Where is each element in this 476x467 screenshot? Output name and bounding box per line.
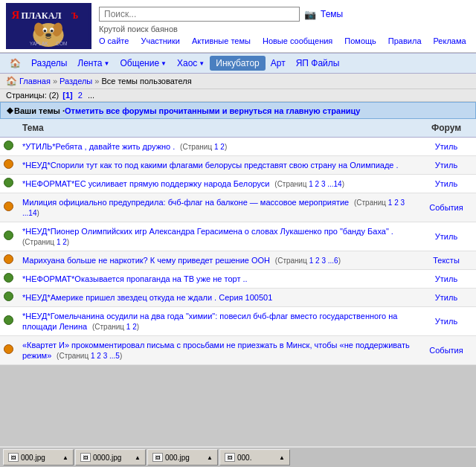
nav-link-3[interactable]: Новые сообщения	[263, 36, 332, 45]
topic-link-1[interactable]: *НЕУД*Спорили тут как то под какими флаг…	[22, 161, 399, 170]
camera-search-button[interactable]: 📷	[304, 9, 316, 20]
topic-link-3[interactable]: Милиция официально предупредила: бчб-фла…	[22, 198, 349, 207]
search-input[interactable]	[99, 7, 300, 22]
nav-link-6[interactable]: Реклама	[434, 36, 466, 45]
page-link-9-2[interactable]: 3	[103, 352, 108, 360]
icon-cell-4	[0, 222, 16, 251]
table-row: Марихуана больше не наркотик? К чему при…	[0, 251, 476, 270]
topic-link-5[interactable]: Марихуана больше не наркотик? К чему при…	[22, 256, 270, 265]
page-link-8-1[interactable]: 2	[132, 323, 137, 331]
page-link-2-1[interactable]: 2	[315, 180, 320, 188]
page-1-link[interactable]: [1]	[62, 91, 72, 100]
logo-area: Я ПЛАКАЛ Ъ YAPLAK .COM	[6, 3, 91, 49]
page-link-0-1[interactable]: 2	[220, 143, 225, 151]
status-icon-2	[4, 178, 13, 187]
pages-info-9: (Страниц 1 2 3 ...5)	[54, 352, 122, 360]
topic-link-8[interactable]: *НЕУД*Гомельчанина осудили на два года "…	[22, 312, 397, 331]
themes-link[interactable]: Темы	[321, 9, 343, 19]
page-link-2-0[interactable]: 1	[309, 180, 313, 188]
topnav-item-0[interactable]: 🏠	[4, 56, 26, 71]
forum-cell-8: Утиль	[416, 307, 476, 336]
pagination-bar: Страницы: (2) [1] 2 ...	[0, 89, 476, 102]
nav-link-2[interactable]: Активные темы	[192, 36, 251, 45]
forum-cell-6: Утиль	[416, 270, 476, 289]
svg-text:YAPLAK: YAPLAK	[30, 41, 49, 46]
topic-link-0[interactable]: *УТИЛЬ*Ребята , давайте жить дружно .	[22, 142, 175, 151]
page-link-9-1[interactable]: 2	[97, 352, 101, 360]
pages-info-4: (Страниц 1 2)	[22, 238, 69, 246]
breadcrumb-home[interactable]: Главная	[19, 77, 51, 86]
header-right: 📷 Темы Крутой поиск баянов О сайте Участ…	[99, 7, 470, 45]
nav-link-0[interactable]: О сайте	[99, 36, 129, 45]
status-icon-6	[4, 273, 13, 283]
banner-link[interactable]: Отметить все форумы прочитанными и верну…	[65, 106, 360, 115]
home-icon: 🏠	[6, 76, 17, 86]
page-link-3-0[interactable]: 1	[388, 199, 393, 207]
page-link-8-0[interactable]: 1	[126, 323, 131, 331]
topic-cell-1: *НЕУД*Спорили тут как то под какими флаг…	[16, 156, 416, 175]
forum-link-2[interactable]: Утиль	[435, 179, 457, 188]
topic-link-2[interactable]: *НЕФОРМАТ*ЕС усиливает прямую поддержку …	[22, 179, 270, 188]
page-link-4-0[interactable]: 1	[57, 238, 61, 246]
topnav-item-6[interactable]: Арт	[266, 56, 291, 71]
page-link-3-3[interactable]: ...14	[22, 209, 36, 217]
forum-link-8[interactable]: Утиль	[435, 317, 457, 326]
status-icon-8	[4, 315, 13, 325]
topnav-item-4[interactable]: Хаос▼	[172, 56, 210, 71]
breadcrumb-sep1: »	[53, 77, 57, 86]
page-link-2-3[interactable]: ...14	[327, 180, 341, 188]
page-link-3-2[interactable]: 3	[401, 199, 405, 207]
status-icon-9	[4, 344, 13, 354]
nav-links: О сайте Участники Активные темы Новые со…	[99, 36, 470, 45]
page-link-9-0[interactable]: 1	[91, 352, 95, 360]
topnav-item-7[interactable]: ЯП Файлы	[291, 56, 345, 71]
table-row: Милиция официально предупредила: бчб-фла…	[0, 193, 476, 222]
topic-cell-4: *НЕУД*Пионер Олимпийских игр Александра …	[16, 222, 416, 251]
nav-link-1[interactable]: Участники	[141, 36, 180, 45]
dropdown-arrow-3: ▼	[161, 60, 167, 67]
status-icon-3	[4, 202, 13, 211]
page-link-0-0[interactable]: 1	[214, 143, 219, 151]
forum-link-1[interactable]: Утиль	[435, 161, 457, 170]
page-link-5-0[interactable]: 1	[309, 257, 314, 265]
topic-cell-2: *НЕФОРМАТ*ЕС усиливает прямую поддержку …	[16, 175, 416, 193]
topic-cell-5: Марихуана больше не наркотик? К чему при…	[16, 251, 416, 270]
topnav-item-3[interactable]: Общение▼	[115, 56, 172, 71]
nav-link-4[interactable]: Помощь	[344, 36, 376, 45]
table-row: *УТИЛЬ*Ребята , давайте жить дружно . (С…	[0, 138, 476, 156]
forum-link-3[interactable]: События	[429, 203, 463, 212]
forum-link-6[interactable]: Утиль	[435, 274, 457, 283]
nav-link-5[interactable]: Правила	[388, 36, 422, 45]
forum-link-9[interactable]: События	[429, 346, 463, 355]
pages-info-8: (Страниц 1 2)	[90, 323, 139, 331]
page-2-link[interactable]: 2	[78, 91, 83, 100]
camera-icon: 📷	[304, 9, 316, 20]
page-link-5-2[interactable]: 3	[321, 257, 326, 265]
forum-link-0[interactable]: Утиль	[435, 142, 457, 151]
page-link-2-2[interactable]: 3	[321, 180, 326, 188]
page-link-5-1[interactable]: 2	[315, 257, 320, 265]
page-link-5-3[interactable]: ...6	[328, 257, 338, 265]
icon-cell-8	[0, 307, 16, 336]
topnav-item-5[interactable]: Инкубатор	[210, 56, 266, 71]
topic-link-7[interactable]: *НЕУД*Америке пришел звездец откуда не ж…	[22, 293, 272, 302]
forum-link-7[interactable]: Утиль	[435, 293, 457, 302]
status-icon-0	[4, 141, 13, 150]
icon-cell-2	[0, 175, 16, 193]
topnav-item-1[interactable]: Разделы	[26, 56, 72, 71]
forum-link-5[interactable]: Тексты	[433, 256, 460, 265]
table-row: «Квартет И» прокомментировал письма с пр…	[0, 336, 476, 365]
page-link-4-1[interactable]: 2	[62, 238, 67, 246]
icon-cell-6	[0, 270, 16, 289]
svg-text:.COM: .COM	[54, 41, 67, 46]
search-row: 📷 Темы	[99, 7, 470, 22]
topnav-item-2[interactable]: Лента▼	[72, 56, 115, 71]
forum-cell-5: Тексты	[416, 251, 476, 270]
topic-link-6[interactable]: *НЕФОРМАТ*Оказывается пропаганда на ТВ у…	[22, 274, 248, 283]
topic-link-4[interactable]: *НЕУД*Пионер Олимпийских игр Александра …	[22, 227, 393, 236]
breadcrumb-sections[interactable]: Разделы	[60, 77, 92, 86]
page-link-9-3[interactable]: ...5	[109, 352, 120, 360]
topnav: 🏠РазделыЛента▼Общение▼Хаос▼ИнкубаторАртЯ…	[0, 53, 476, 74]
page-link-3-1[interactable]: 2	[394, 199, 399, 207]
forum-link-4[interactable]: Утиль	[435, 232, 457, 241]
